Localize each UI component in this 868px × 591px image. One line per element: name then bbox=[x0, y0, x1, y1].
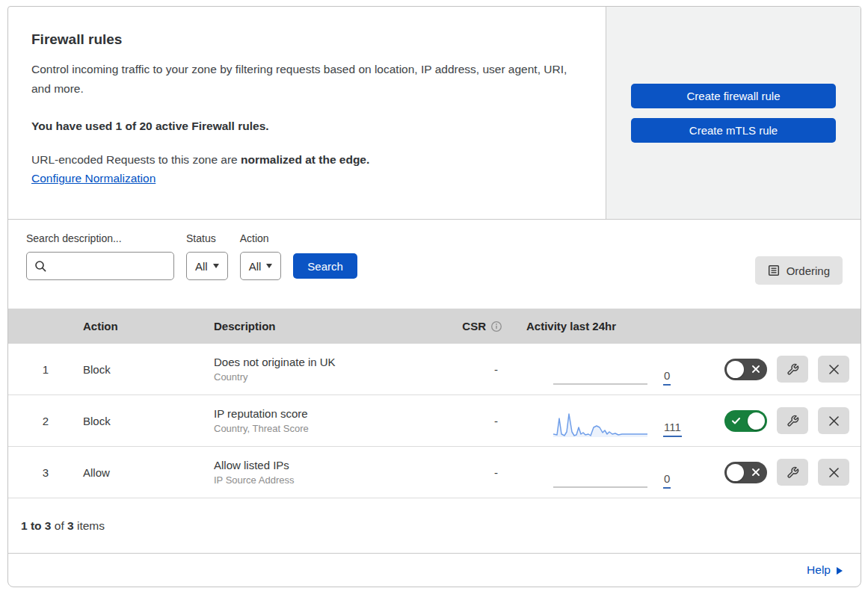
search-icon bbox=[34, 260, 46, 272]
rule-action: Allow bbox=[83, 466, 214, 479]
rule-csr: - bbox=[461, 415, 505, 427]
action-value: All bbox=[249, 260, 262, 273]
wrench-icon bbox=[787, 363, 799, 376]
ordering-label: Ordering bbox=[787, 264, 830, 277]
header-text-block: Firewall rules Control incoming traffic … bbox=[8, 7, 606, 219]
rule-criteria: Country, Threat Score bbox=[214, 423, 461, 434]
wrench-icon bbox=[787, 415, 799, 427]
rule-csr: - bbox=[461, 363, 505, 376]
rule-csr: - bbox=[461, 466, 505, 479]
table-row: 1 Block Does not originate in UK Country… bbox=[8, 344, 861, 395]
info-icon[interactable] bbox=[490, 321, 502, 332]
edit-rule-button[interactable] bbox=[777, 356, 808, 383]
search-input[interactable] bbox=[51, 260, 166, 273]
header-section: Firewall rules Control incoming traffic … bbox=[8, 7, 861, 220]
ordering-list-icon bbox=[768, 264, 780, 276]
table-row: 3 Allow Allow listed IPs IP Source Addre… bbox=[8, 447, 861, 498]
actions-panel: Create firewall rule Create mTLS rule bbox=[606, 7, 861, 219]
wrench-icon bbox=[787, 466, 799, 479]
toggle-state-icon bbox=[744, 365, 767, 373]
toggle-state-icon bbox=[724, 418, 748, 424]
toggle-knob bbox=[748, 412, 765, 430]
action-label: Action bbox=[240, 232, 282, 245]
toggle-state-icon bbox=[744, 468, 767, 476]
column-activity: Activity last 24hr bbox=[505, 320, 692, 332]
activity-flatline bbox=[553, 383, 647, 385]
delete-rule-button[interactable] bbox=[818, 407, 849, 434]
normalization-note: URL-encoded Requests to this zone are no… bbox=[31, 153, 576, 167]
rule-description: IP reputation score bbox=[214, 407, 461, 420]
rule-priority: 1 bbox=[8, 363, 83, 376]
chevron-down-icon bbox=[213, 264, 219, 268]
search-button[interactable]: Search bbox=[293, 253, 357, 279]
status-label: Status bbox=[186, 232, 228, 245]
column-description: Description bbox=[214, 320, 461, 332]
rule-action: Block bbox=[83, 415, 214, 427]
toggle-knob bbox=[727, 361, 744, 378]
delete-rule-button[interactable] bbox=[818, 459, 849, 486]
toggle-knob bbox=[727, 464, 744, 481]
rule-priority: 3 bbox=[8, 466, 83, 479]
rule-description: Allow listed IPs bbox=[214, 459, 461, 471]
rule-enabled-toggle[interactable] bbox=[724, 359, 767, 380]
page-description: Control incoming traffic to your zone by… bbox=[31, 60, 576, 99]
create-mtls-rule-button[interactable]: Create mTLS rule bbox=[631, 118, 836, 143]
delete-rule-button[interactable] bbox=[818, 356, 849, 383]
rule-action: Block bbox=[83, 363, 214, 376]
column-action: Action bbox=[83, 320, 214, 332]
filter-bar: Search description... Status All Action … bbox=[8, 220, 861, 309]
column-csr: CSR bbox=[462, 320, 486, 332]
rule-description: Does not originate in UK bbox=[214, 356, 461, 368]
activity-sparkline bbox=[553, 406, 647, 439]
edit-rule-button[interactable] bbox=[777, 459, 808, 486]
firewall-rules-card: Firewall rules Control incoming traffic … bbox=[7, 6, 861, 587]
configure-normalization-link[interactable]: Configure Normalization bbox=[31, 172, 156, 185]
edit-rule-button[interactable] bbox=[777, 407, 808, 434]
ordering-button[interactable]: Ordering bbox=[755, 256, 843, 285]
rule-criteria: Country bbox=[214, 371, 461, 383]
table-row: 2 Block IP reputation score Country, Thr… bbox=[8, 395, 861, 447]
rule-enabled-toggle[interactable] bbox=[724, 462, 767, 483]
close-icon bbox=[828, 467, 840, 478]
rule-enabled-toggle[interactable] bbox=[724, 410, 767, 432]
help-link[interactable]: Help bbox=[807, 563, 843, 577]
table-header: Action Description CSR Activity last 24h… bbox=[8, 309, 861, 344]
rule-priority: 2 bbox=[8, 415, 83, 427]
pagination-summary: 1 to 3 of 3 items bbox=[8, 498, 861, 554]
close-icon bbox=[828, 415, 840, 427]
search-box[interactable] bbox=[26, 252, 174, 280]
usage-summary: You have used 1 of 20 active Firewall ru… bbox=[31, 120, 576, 133]
items-range: 1 to 3 bbox=[21, 519, 51, 533]
items-total: 3 bbox=[67, 519, 74, 533]
activity-count-link[interactable]: 0 bbox=[663, 472, 671, 489]
normalization-bold: normalized at the edge. bbox=[241, 153, 369, 166]
help-row: Help bbox=[8, 554, 861, 587]
action-dropdown[interactable]: All bbox=[240, 252, 282, 280]
activity-count-link[interactable]: 0 bbox=[663, 369, 671, 386]
page-title: Firewall rules bbox=[31, 31, 576, 48]
status-dropdown[interactable]: All bbox=[186, 252, 228, 280]
activity-count-link[interactable]: 111 bbox=[663, 421, 682, 437]
status-value: All bbox=[195, 260, 208, 273]
normalization-prefix: URL-encoded Requests to this zone are bbox=[31, 153, 241, 166]
activity-flatline bbox=[553, 486, 647, 488]
close-icon bbox=[828, 364, 840, 375]
chevron-down-icon bbox=[266, 264, 272, 268]
create-firewall-rule-button[interactable]: Create firewall rule bbox=[631, 84, 836, 108]
rule-criteria: IP Source Address bbox=[214, 474, 461, 486]
search-label: Search description... bbox=[26, 232, 174, 245]
arrow-right-icon bbox=[837, 567, 843, 575]
